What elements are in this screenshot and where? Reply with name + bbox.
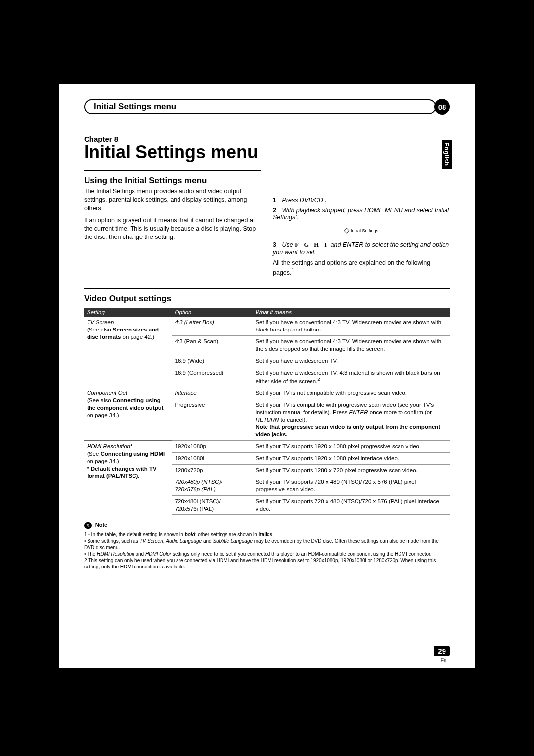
what-text: Set if you have a widescreen TV. 4:3 mat… bbox=[255, 370, 440, 384]
option-cell: 720x480i (NTSC)/ 720x576i (PAL) bbox=[172, 495, 253, 515]
what-cell: Set if you have a conventional 4:3 TV. W… bbox=[252, 317, 450, 335]
step-number: 2 bbox=[273, 207, 276, 214]
t: once more to confirm (or bbox=[368, 409, 432, 415]
what-cell: Set if your TV is not compatible with pr… bbox=[252, 387, 450, 399]
step-number: 3 bbox=[273, 241, 276, 248]
step-text-a: Use bbox=[282, 241, 295, 248]
header-pill: Initial Settings menu bbox=[84, 99, 436, 114]
option-cell: Progressive bbox=[172, 399, 253, 441]
t: Note that progressive scan video is only… bbox=[255, 424, 440, 437]
t: : other settings are shown in bbox=[195, 532, 259, 537]
col-option: Option bbox=[172, 308, 253, 317]
chapter-badge: 08 bbox=[434, 99, 450, 115]
option-cell: 1920x1080p bbox=[172, 440, 253, 452]
what-cell: Set if you have a widescreen TV. 4:3 mat… bbox=[252, 367, 450, 387]
screenshot-label: Initial Settings bbox=[351, 228, 378, 233]
page-title: Initial Settings menu bbox=[84, 143, 261, 162]
note-label: Note bbox=[95, 522, 107, 528]
what-cell: Set if you have a conventional 4:3 TV. W… bbox=[252, 335, 450, 355]
t: • The bbox=[84, 551, 97, 557]
video-output-table: Setting Option What it means TV Screen (… bbox=[84, 308, 450, 515]
t: HDMI Color bbox=[145, 551, 171, 557]
setting-name: TV Screen bbox=[87, 319, 114, 325]
t: bold bbox=[185, 532, 195, 537]
section-using-heading: Using the Initial Settings menu bbox=[84, 176, 261, 186]
option-cell: 16:9 (Compressed) bbox=[172, 367, 253, 387]
what-cell: Set if your TV supports 720 x 480 (NTSC)… bbox=[252, 476, 450, 495]
t: . bbox=[272, 532, 274, 537]
section-video-heading: Video Output settings bbox=[84, 294, 450, 304]
what-cell: Set if your TV supports 1280 x 720 pixel… bbox=[252, 464, 450, 476]
what-cell: Set if you have a widescreen TV. bbox=[252, 355, 450, 367]
step-3: 3 Use F G H I and ENTER to select the se… bbox=[273, 241, 450, 256]
col-what: What it means bbox=[252, 308, 450, 317]
diamond-icon bbox=[344, 228, 349, 233]
col-setting: Setting bbox=[84, 308, 172, 317]
option-cell: 1280x720p bbox=[172, 464, 253, 476]
divider bbox=[84, 288, 450, 289]
setting-note: * Default changes with TV format (PAL/NT… bbox=[87, 466, 157, 479]
table-header-row: Setting Option What it means bbox=[84, 308, 450, 317]
t: ENTER bbox=[349, 409, 368, 415]
what-cell: Set if your TV is compatible with progre… bbox=[252, 399, 450, 441]
language-tab: English bbox=[442, 140, 452, 169]
option-cell: 720x480p (NTSC)/ 720x576p (PAL) bbox=[172, 476, 253, 495]
header-title: Initial Settings menu bbox=[94, 102, 176, 112]
step-2: 2 With playback stopped, press HOME MENU… bbox=[273, 207, 450, 221]
what-cell: Set if your TV supports 720 x 480 (NTSC)… bbox=[252, 495, 450, 515]
using-paragraph-2: If an option is grayed out it means that… bbox=[84, 216, 261, 241]
option-cell: 4:3 (Pan & Scan) bbox=[172, 335, 253, 355]
setting-cell: Component Out (See also Connecting using… bbox=[84, 387, 172, 441]
t: RETURN bbox=[255, 417, 279, 423]
t: and bbox=[134, 551, 145, 557]
option-cell: 16:9 (Wide) bbox=[172, 355, 253, 367]
manual-page: Initial Settings menu 08 Chapter 8 Initi… bbox=[59, 84, 475, 668]
note-icon: ✎ bbox=[84, 522, 92, 529]
t: italics bbox=[259, 532, 272, 537]
using-paragraph-1: The Initial Settings menu provides audio… bbox=[84, 188, 261, 213]
note-section: ✎ Note 1 • In the table, the default set… bbox=[84, 521, 450, 570]
step-text: With playback stopped, press HOME MENU a… bbox=[273, 207, 449, 221]
footnote-1: 1 • In the table, the default setting is… bbox=[84, 530, 450, 570]
page-lang: En bbox=[441, 658, 446, 663]
step-after-text: All the settings and options are explain… bbox=[273, 259, 430, 276]
t: Subtitle Language bbox=[213, 538, 253, 544]
setting-name: HDMI Resolution bbox=[87, 443, 130, 449]
t: HDMI Resolution bbox=[97, 551, 134, 557]
footnote-ref: 1 bbox=[292, 268, 295, 273]
nav-keys: F G H I bbox=[295, 241, 329, 248]
t: Audio Language bbox=[166, 538, 202, 544]
step-number: 1 bbox=[273, 197, 276, 204]
table-row: Component Out (See also Connecting using… bbox=[84, 387, 450, 399]
initial-settings-screenshot: Initial Settings bbox=[332, 225, 391, 236]
t: and bbox=[202, 538, 213, 544]
t: 1 • In the table, the default setting is… bbox=[84, 532, 185, 537]
setting-cell: HDMI Resolution* (See Connecting using H… bbox=[84, 440, 172, 515]
table-row: TV Screen (See also Screen sizes and dis… bbox=[84, 317, 450, 335]
option-cell: 1920x1080i bbox=[172, 452, 253, 464]
what-cell: Set if your TV supports 1920 x 1080 pixe… bbox=[252, 452, 450, 464]
step-3-after: All the settings and options are explain… bbox=[273, 259, 450, 277]
star: * bbox=[130, 443, 132, 449]
header-row: Initial Settings menu 08 bbox=[84, 99, 450, 115]
step-1: 1 Press DVD/CD . bbox=[273, 197, 450, 204]
page-number-badge: 29 bbox=[434, 646, 450, 656]
divider bbox=[84, 170, 261, 171]
option-cell: 4:3 (Letter Box) bbox=[172, 317, 253, 335]
footnote-2: 2 This setting can only be used when you… bbox=[84, 558, 436, 569]
step-text: Press DVD/CD . bbox=[282, 197, 326, 204]
intro-columns: Chapter 8 Initial Settings menu Using th… bbox=[84, 135, 450, 281]
option-cell: Interlace bbox=[172, 387, 253, 399]
t: TV Screen bbox=[139, 538, 163, 544]
t: to cancel). bbox=[279, 417, 307, 423]
t: • Some settings, such as bbox=[84, 538, 139, 544]
table-row: HDMI Resolution* (See Connecting using H… bbox=[84, 440, 450, 452]
t: settings only need to be set if you conn… bbox=[171, 551, 431, 557]
setting-name: Component Out bbox=[87, 390, 127, 396]
setting-cell: TV Screen (See also Screen sizes and dis… bbox=[84, 317, 172, 387]
what-cell: Set if your TV supports 1920 x 1080 pixe… bbox=[252, 440, 450, 452]
footnote-ref: 2 bbox=[317, 377, 320, 382]
